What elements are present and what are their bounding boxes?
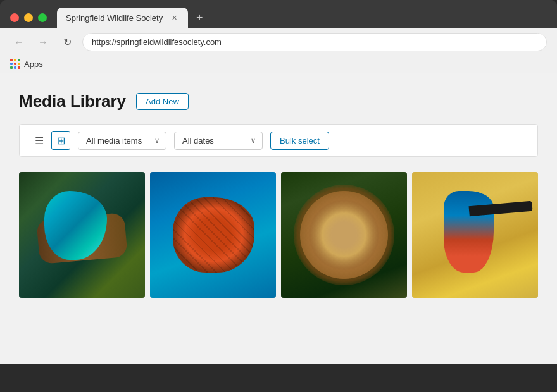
- browser-window: Springfield Wildlife Society ✕ + ← → ↻ h…: [0, 0, 557, 73]
- add-new-button[interactable]: Add New: [136, 93, 189, 110]
- apps-icon: [10, 59, 20, 69]
- bulk-select-button[interactable]: Bulk select: [270, 132, 329, 150]
- page-title: Media Library: [19, 92, 126, 111]
- turtle-image: [150, 172, 276, 298]
- apps-label[interactable]: Apps: [24, 59, 43, 69]
- list-view-button[interactable]: ☰: [30, 131, 49, 150]
- media-toolbar: ☰ ⊞ All media items ∨ All dates ∨ Bulk s…: [19, 124, 538, 157]
- active-tab[interactable]: Springfield Wildlife Society ✕: [57, 8, 188, 28]
- reload-button[interactable]: ↻: [58, 34, 76, 51]
- title-bar: Springfield Wildlife Society ✕ +: [0, 0, 557, 28]
- minimize-traffic-light[interactable]: [24, 13, 33, 22]
- grid-view-icon: ⊞: [57, 135, 65, 147]
- date-filter-label: All dates: [182, 136, 247, 145]
- media-filter-arrow: ∨: [154, 137, 160, 145]
- back-button[interactable]: ←: [10, 34, 28, 51]
- view-toggle: ☰ ⊞: [30, 131, 70, 150]
- media-filter-label: All media items: [86, 136, 151, 145]
- tab-close-button[interactable]: ✕: [169, 13, 179, 23]
- close-traffic-light[interactable]: [10, 13, 19, 22]
- nav-bar: ← → ↻ https://springfieldwildlifesociety…: [0, 28, 557, 56]
- tab-bar: Springfield Wildlife Society ✕ +: [57, 8, 547, 28]
- bookmarks-bar: Apps: [0, 56, 557, 73]
- date-filter-select[interactable]: All dates ∨: [174, 132, 263, 150]
- address-bar[interactable]: https://springfieldwildlifesociety.com: [82, 33, 547, 51]
- kingfisher-image: [412, 172, 538, 298]
- image-card-kingfisher[interactable]: [412, 172, 538, 298]
- media-filter-select[interactable]: All media items ∨: [78, 132, 166, 150]
- date-filter-arrow: ∨: [251, 137, 256, 145]
- list-view-icon: ☰: [35, 135, 44, 147]
- maximize-traffic-light[interactable]: [38, 13, 47, 22]
- media-library-header: Media Library Add New: [19, 92, 538, 111]
- image-card-lizard[interactable]: [19, 172, 145, 298]
- url-text: https://springfieldwildlifesociety.com: [92, 37, 222, 47]
- lion-image: [281, 172, 407, 298]
- lizard-image: [19, 172, 145, 298]
- grid-view-button[interactable]: ⊞: [51, 131, 70, 150]
- new-tab-button[interactable]: +: [191, 9, 208, 27]
- image-card-turtle[interactable]: [150, 172, 276, 298]
- tab-title: Springfield Wildlife Society: [66, 13, 163, 23]
- image-grid: [19, 172, 538, 298]
- forward-button[interactable]: →: [34, 34, 52, 51]
- image-card-lion[interactable]: [281, 172, 407, 298]
- traffic-lights: [10, 13, 47, 22]
- page-content: Media Library Add New ☰ ⊞ All media item…: [0, 73, 557, 364]
